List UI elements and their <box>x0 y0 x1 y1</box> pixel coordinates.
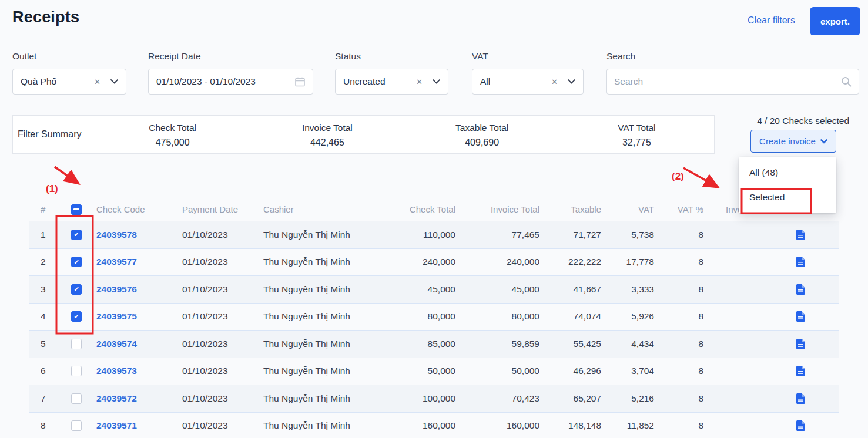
menu-item-selected[interactable]: Selected <box>739 185 836 210</box>
row-checkbox[interactable] <box>71 284 82 295</box>
clear-filters-link[interactable]: Clear filters <box>748 15 795 26</box>
invoice-icon-cell <box>706 420 839 431</box>
summary-invoice-total: Invoice Total 442,465 <box>250 116 404 153</box>
receipt-date-picker[interactable]: 01/10/2023 - 01/10/2023 <box>148 69 313 95</box>
create-invoice-menu: All (48) Selected <box>739 157 836 213</box>
table-row: 42403957501/10/2023Thu Nguyễn Thị Minh80… <box>29 304 839 331</box>
payment-date-cell: 01/10/2023 <box>180 339 259 349</box>
calendar-icon[interactable] <box>295 77 305 87</box>
vat-percent-cell: 8 <box>657 366 706 376</box>
row-checkbox[interactable] <box>71 311 82 322</box>
check-code-link[interactable]: 24039574 <box>94 339 180 349</box>
header-taxable: Taxable <box>542 204 604 214</box>
payment-date-cell: 01/10/2023 <box>180 284 259 295</box>
check-code-link[interactable]: 24039578 <box>94 230 180 240</box>
row-checkbox[interactable] <box>71 339 82 349</box>
invoice-icon-cell <box>706 339 839 349</box>
row-checkbox[interactable] <box>71 393 82 404</box>
search-icon <box>841 76 852 87</box>
outlet-select[interactable]: Quà Phố ✕ <box>12 69 126 95</box>
payment-date-cell: 01/10/2023 <box>180 257 259 267</box>
status-select[interactable]: Uncreated ✕ <box>335 69 448 95</box>
invoice-document-icon[interactable] <box>796 284 805 295</box>
row-checkbox-cell <box>59 284 94 295</box>
invoice-document-icon[interactable] <box>796 420 805 431</box>
row-checkbox[interactable] <box>71 420 82 431</box>
export-button[interactable]: export. <box>810 7 860 35</box>
payment-date-cell: 01/10/2023 <box>180 366 259 376</box>
row-checkbox[interactable] <box>71 257 82 267</box>
vat-percent-cell: 8 <box>657 257 706 267</box>
check-code-link[interactable]: 24039573 <box>94 366 180 376</box>
vat-percent-cell: 8 <box>657 339 706 349</box>
select-all-checkbox[interactable] <box>71 204 82 215</box>
header-vat-percent: VAT % <box>657 204 706 214</box>
invoice-total-cell: 80,000 <box>458 311 542 322</box>
table-row: 12403957801/10/2023Thu Nguyễn Thị Minh11… <box>29 221 839 249</box>
table-row: 62403957301/10/2023Thu Nguyễn Thị Minh50… <box>29 358 839 386</box>
check-code-link[interactable]: 24039576 <box>94 284 180 295</box>
header-check-code: Check Code <box>94 204 180 214</box>
receipts-page: Receipts Clear filters export. Outlet Re… <box>0 0 868 438</box>
table-header-row: # Check Code Payment Date Cashier Check … <box>29 198 839 221</box>
status-clear-icon[interactable]: ✕ <box>416 78 423 86</box>
invoice-icon-cell <box>706 284 839 295</box>
row-index: 4 <box>29 311 59 322</box>
receipts-table: # Check Code Payment Date Cashier Check … <box>29 198 839 438</box>
row-index: 2 <box>29 257 59 267</box>
create-invoice-button[interactable]: Create invoice <box>750 130 836 153</box>
check-code-link[interactable]: 24039577 <box>94 257 180 267</box>
payment-date-cell: 01/10/2023 <box>180 420 259 431</box>
menu-item-all[interactable]: All (48) <box>739 160 836 185</box>
header-payment-date: Payment Date <box>180 204 259 214</box>
search-field <box>606 69 859 95</box>
invoice-document-icon[interactable] <box>796 366 805 376</box>
invoice-total-cell: 160,000 <box>458 420 542 431</box>
receipt-date-value: 01/10/2023 - 01/10/2023 <box>156 76 295 87</box>
vat-clear-icon[interactable]: ✕ <box>551 78 558 86</box>
outlet-value: Quà Phố <box>21 76 89 87</box>
check-total-cell: 240,000 <box>397 257 458 267</box>
check-total-cell: 100,000 <box>397 393 458 404</box>
invoice-document-icon[interactable] <box>796 339 805 349</box>
taxable-cell: 65,207 <box>542 393 604 404</box>
cashier-cell: Thu Nguyễn Thị Minh <box>259 284 397 295</box>
search-input[interactable] <box>614 76 841 87</box>
taxable-cell: 55,425 <box>542 339 604 349</box>
vat-select[interactable]: All ✕ <box>472 69 584 95</box>
vat-percent-cell: 8 <box>657 284 706 295</box>
invoice-document-icon[interactable] <box>796 230 805 240</box>
invoice-total-cell: 59,859 <box>458 339 542 349</box>
invoice-total-cell: 45,000 <box>458 284 542 295</box>
check-total-cell: 85,000 <box>397 339 458 349</box>
invoice-document-icon[interactable] <box>796 393 805 404</box>
table-row: 32403957601/10/2023Thu Nguyễn Thị Minh45… <box>29 276 839 304</box>
invoice-document-icon[interactable] <box>796 257 805 267</box>
invoice-total-cell: 70,423 <box>458 393 542 404</box>
invoice-document-icon[interactable] <box>796 311 805 322</box>
check-code-link[interactable]: 24039571 <box>94 420 180 431</box>
check-code-link[interactable]: 24039572 <box>94 393 180 404</box>
taxable-cell: 74,074 <box>542 311 604 322</box>
row-index: 8 <box>29 420 59 431</box>
check-code-link[interactable]: 24039575 <box>94 311 180 322</box>
check-total-cell: 50,000 <box>397 366 458 376</box>
check-total-cell: 45,000 <box>397 284 458 295</box>
header-invoice-total: Invoice Total <box>458 204 542 214</box>
row-checkbox-cell <box>59 366 94 376</box>
annotation-label-1: (1) <box>46 183 58 195</box>
outlet-clear-icon[interactable]: ✕ <box>94 78 100 86</box>
summary-check-total: Check Total 475,000 <box>95 116 250 153</box>
row-checkbox[interactable] <box>71 366 82 376</box>
table-row: 82403957101/10/2023Thu Nguyễn Thị Minh16… <box>29 413 839 438</box>
check-total-cell: 80,000 <box>397 311 458 322</box>
invoice-icon-cell <box>706 393 839 404</box>
row-checkbox-cell <box>59 230 94 240</box>
vat-percent-cell: 8 <box>657 230 706 240</box>
header-cashier: Cashier <box>259 204 397 214</box>
summary-vat-total: VAT Total 32,775 <box>559 116 714 153</box>
cashier-cell: Thu Nguyễn Thị Minh <box>259 311 397 322</box>
chevron-down-icon <box>568 79 575 84</box>
vat-cell: 5,738 <box>604 230 657 240</box>
row-checkbox[interactable] <box>71 230 82 240</box>
